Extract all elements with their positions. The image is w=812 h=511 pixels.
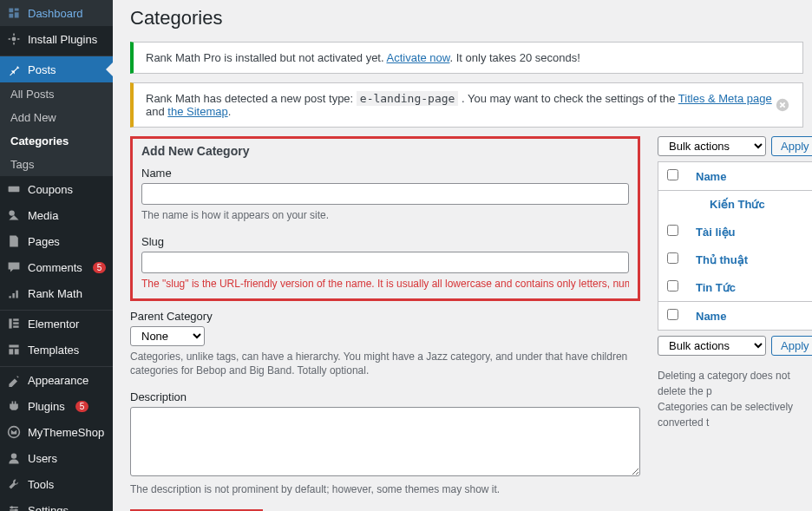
titles-meta-link[interactable]: Titles & Meta page [678,92,772,105]
dashboard-icon [7,6,21,20]
name-input[interactable] [141,183,629,205]
menu-label: Users [28,452,57,465]
category-link[interactable]: Tin Tức [696,281,736,294]
template-icon [7,343,21,357]
plugins-badge: 5 [75,401,89,412]
table-row: Kiến Thức [658,191,813,219]
menu-templates[interactable]: Templates [0,337,113,363]
pin-icon [7,62,21,76]
svg-rect-5 [13,322,18,324]
notice-end: . [228,105,232,118]
menu-label: Posts [28,63,56,76]
page-title: Categories [130,7,803,29]
menu-appearance[interactable]: Appearance [0,367,113,393]
table-row: Tài liệu [658,218,813,246]
table-row: Thủ thuật [658,246,813,273]
slug-input[interactable] [141,252,629,273]
svg-point-9 [10,506,13,508]
posts-submenu: All Posts Add New Categories Tags [0,82,113,176]
menu-label: Elementor [28,318,79,331]
menu-label: Pages [28,235,60,248]
row-checkbox[interactable] [667,225,678,236]
table-row: Tin Tức [658,273,813,302]
category-list: Bulk actions Apply Name Kiến Thức Tài li… [658,136,812,511]
menu-install-plugins[interactable]: Install Plugins [0,26,113,52]
menu-label: Appearance [28,374,88,387]
menu-mythemeshop[interactable]: MyThemeShop [0,419,113,445]
table-footnote: Deleting a category does not delete the … [658,368,812,430]
submenu-add-new[interactable]: Add New [0,106,113,129]
elementor-icon [7,317,21,331]
menu-posts[interactable]: Posts [0,56,113,82]
notice-post-type: Rank Math has detected a new post type: … [130,82,803,128]
activate-link[interactable]: Activate now [386,51,449,64]
menu-label: MyThemeShop [28,426,104,439]
notice-text: Rank Math has detected a new post type: … [146,92,775,118]
menu-coupons[interactable]: Coupons [0,176,113,202]
menu-settings[interactable]: Settings [0,497,113,511]
submenu-categories[interactable]: Categories [0,129,113,153]
notice-pre: Rank Math Pro is installed but not activ… [146,51,386,64]
col-name-footer[interactable]: Name [696,310,726,323]
comment-icon [7,260,21,274]
name-help: The name is how it appears on your site. [141,208,629,223]
col-name-header[interactable]: Name [696,170,726,183]
notice-post: . It only takes 20 seconds! [449,51,580,64]
admin-sidebar: Dashboard Install Plugins Posts All Post… [0,0,113,511]
category-link[interactable]: Kiến Thức [710,198,765,211]
menu-tools[interactable]: Tools [0,471,113,497]
parent-label: Parent Category [130,310,640,323]
parent-select[interactable]: None [130,326,205,346]
menu-label: Settings [28,504,69,512]
apply-button-top[interactable]: Apply [771,136,812,156]
menu-rankmath[interactable]: Rank Math [0,280,113,306]
apply-button-bottom[interactable]: Apply [771,336,812,356]
sitemap-link[interactable]: the Sitemap [167,105,227,118]
menu-label: Dashboard [28,7,83,20]
menu-plugins[interactable]: Plugins5 [0,393,113,419]
svg-point-8 [11,453,16,458]
menu-label: Media [28,209,58,222]
category-link[interactable]: Tài liệu [696,226,736,239]
menu-label: Install Plugins [28,33,97,46]
menu-elementor[interactable]: Elementor [0,311,113,337]
submenu-all-posts[interactable]: All Posts [0,82,113,106]
slug-label: Slug [141,235,629,248]
chart-icon [7,286,21,300]
bulk-action-select-top[interactable]: Bulk actions [658,136,766,156]
select-all-top[interactable] [667,169,678,180]
media-icon [7,208,21,222]
menu-media[interactable]: Media [0,202,113,228]
desc-textarea[interactable] [130,407,640,476]
slug-help: The "slug" is the URL-friendly version o… [141,277,629,292]
user-icon [7,451,21,465]
appearance-icon [7,373,21,387]
main-content: Categories Rank Math Pro is installed bu… [113,0,812,511]
menu-users[interactable]: Users [0,445,113,471]
menu-label: Coupons [28,183,73,196]
menu-label: Comments [28,261,82,274]
form-heading: Add New Category [141,144,629,158]
parent-help: Categories, unlike tags, can have a hier… [130,350,640,379]
post-type-code: e-landing-page [357,91,459,106]
menu-dashboard[interactable]: Dashboard [0,0,113,26]
tool-icon [7,477,21,491]
svg-rect-4 [13,318,18,320]
svg-rect-1 [9,187,20,192]
submenu-tags[interactable]: Tags [0,153,113,176]
category-link[interactable]: Thủ thuật [696,253,748,266]
select-all-bottom[interactable] [667,309,678,320]
categories-table: Name Kiến Thức Tài liệu Thủ thuật Tin Tứ… [658,161,812,331]
bulk-action-select-bottom[interactable]: Bulk actions [658,336,766,356]
row-checkbox[interactable] [667,252,678,264]
add-category-form: Add New Category Name The name is how it… [130,136,640,511]
highlight-form: Add New Category Name The name is how it… [130,136,640,301]
notice-text: Rank Math Pro is installed but not activ… [146,51,580,64]
menu-label: Rank Math [28,287,82,300]
menu-pages[interactable]: Pages [0,228,113,254]
plugin-icon [7,399,21,413]
row-checkbox[interactable] [667,280,678,292]
close-icon[interactable] [775,97,790,113]
menu-comments[interactable]: Comments5 [0,254,113,280]
notice-mid: . You may want to check the settings of … [458,92,678,105]
